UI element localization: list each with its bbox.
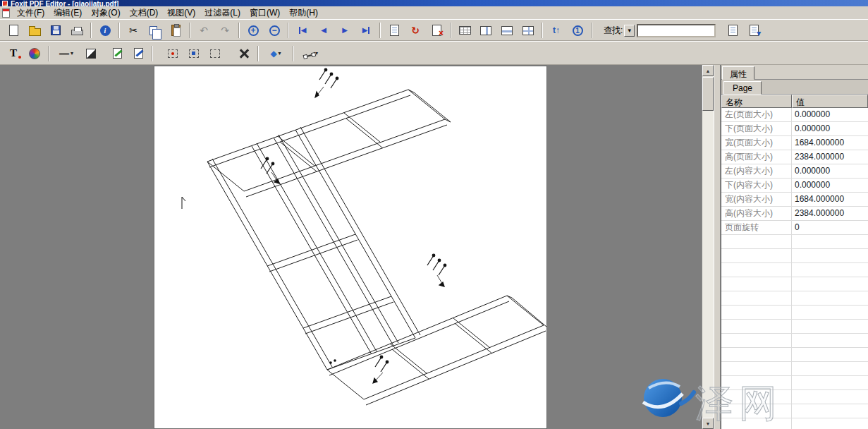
node-edit-button[interactable]: ◆▾ xyxy=(262,44,289,63)
fill-swatch-icon xyxy=(86,49,96,59)
search-arrow-icon: ▾ xyxy=(757,29,761,37)
paste-button[interactable] xyxy=(166,21,185,40)
save-icon xyxy=(51,25,61,35)
grid-icon xyxy=(459,26,471,35)
toolbar-separator xyxy=(90,23,92,38)
text-extract-button[interactable]: t↑ xyxy=(546,21,566,40)
multi-select-button[interactable] xyxy=(184,44,204,63)
delete-page-button[interactable]: × xyxy=(427,21,446,40)
info-icon: i xyxy=(100,25,111,36)
path-icon xyxy=(303,49,314,57)
toolbar-separator xyxy=(118,23,120,38)
search-doc-icon xyxy=(728,25,738,36)
color-tool-button[interactable] xyxy=(25,44,44,63)
scrollbar-thumb[interactable] xyxy=(702,77,714,111)
menu-edit[interactable]: 编辑(E) xyxy=(49,6,86,20)
panel-splitter[interactable] xyxy=(714,65,721,429)
table-row[interactable]: 下(内容大小)0.000000 xyxy=(721,179,868,193)
zoom-in-button[interactable]: + xyxy=(243,21,263,40)
print-button[interactable] xyxy=(67,21,87,40)
tab-page[interactable]: Page xyxy=(723,81,762,95)
document-canvas[interactable] xyxy=(0,65,702,429)
document-info-button[interactable]: i xyxy=(95,21,115,40)
column-header-value[interactable]: 值 xyxy=(792,95,868,108)
find-options-dropdown[interactable]: ▾ xyxy=(624,25,635,37)
empty-row xyxy=(721,263,868,277)
open-file-button[interactable] xyxy=(25,21,44,40)
page-number-button[interactable]: 1 xyxy=(568,21,587,40)
line-width-tool-button[interactable]: —▾ xyxy=(53,44,80,63)
edit-form-button[interactable] xyxy=(128,44,148,63)
redo-button[interactable]: ↷ xyxy=(215,21,235,40)
table-row[interactable]: 高(内容大小)2384.000000 xyxy=(721,207,868,221)
properties-caption-bar: 属性 xyxy=(721,65,868,80)
properties-tab-bar: Page xyxy=(721,80,868,95)
line-icon: — xyxy=(59,48,69,59)
next-page-button[interactable]: ▶ xyxy=(335,21,355,40)
grid-view-button[interactable] xyxy=(455,21,475,40)
edit-object-button[interactable] xyxy=(107,44,127,63)
toolbar-separator xyxy=(450,23,451,38)
table-row[interactable]: 下(页面大小)0.000000 xyxy=(721,122,868,136)
find-input[interactable] xyxy=(637,24,716,37)
tools-icon xyxy=(238,48,250,59)
redo-icon: ↷ xyxy=(221,25,229,35)
fill-tool-button[interactable] xyxy=(81,44,101,63)
empty-row xyxy=(721,404,868,418)
path-edit-button[interactable]: ▾ xyxy=(298,44,324,63)
prev-page-button[interactable]: ◀ xyxy=(314,21,334,40)
menu-filter[interactable]: 过滤器(L) xyxy=(200,6,245,20)
split-vertical-button[interactable] xyxy=(476,21,496,40)
column-header-name[interactable]: 名称 xyxy=(721,95,792,108)
tools-button[interactable] xyxy=(234,44,254,63)
split-quad-button[interactable] xyxy=(518,21,538,40)
menu-view[interactable]: 视图(V) xyxy=(163,6,200,20)
zoom-out-icon: − xyxy=(269,25,280,36)
menu-help[interactable]: 帮助(H) xyxy=(285,6,322,20)
cut-button[interactable]: ✂ xyxy=(123,21,143,40)
text-tool-button[interactable]: T xyxy=(4,44,23,63)
new-file-button[interactable] xyxy=(4,21,23,40)
table-row[interactable]: 宽(内容大小)1684.000000 xyxy=(721,193,868,207)
properties-grid-header: 名称 值 xyxy=(721,95,868,108)
zoom-out-button[interactable]: − xyxy=(264,21,284,40)
menu-window[interactable]: 窗口(W) xyxy=(245,6,284,20)
table-row[interactable]: 左(内容大小)0.000000 xyxy=(721,164,868,179)
transform-button[interactable] xyxy=(205,44,225,63)
cable-tray-drawing xyxy=(154,66,547,429)
last-page-button[interactable]: ▶ xyxy=(356,21,376,40)
toolbar-main: i ✂ ↶ ↷ + − ◀ ◀ ▶ ▶ ↻ × t↑ 1 查找: ▾ ▾ xyxy=(0,19,868,41)
text-up-icon: t↑ xyxy=(553,25,560,35)
table-row[interactable]: 高(页面大小)2384.000000 xyxy=(721,150,868,164)
vertical-scrollbar[interactable]: ▲ ▼ xyxy=(702,65,714,429)
insert-page-button[interactable] xyxy=(384,21,404,40)
split-horizontal-button[interactable] xyxy=(497,21,517,40)
toolbar-separator xyxy=(288,23,289,38)
first-page-icon: ◀ xyxy=(299,27,307,34)
pdf-page[interactable] xyxy=(154,66,547,429)
save-file-button[interactable] xyxy=(46,21,66,40)
menu-object[interactable]: 对象(O) xyxy=(87,6,124,20)
menu-file[interactable]: 文件(F) xyxy=(13,6,49,20)
table-row[interactable]: 左(页面大小)0.000000 xyxy=(721,108,868,122)
table-row[interactable]: 页面旋转0 xyxy=(721,221,868,235)
rotate-page-button[interactable]: ↻ xyxy=(405,21,425,40)
scroll-down-button[interactable]: ▼ xyxy=(702,418,714,429)
split-horizontal-icon xyxy=(501,26,513,35)
menu-document[interactable]: 文档(D) xyxy=(126,6,163,20)
find-next-document-button[interactable]: ▾ xyxy=(744,21,764,40)
first-page-button[interactable]: ◀ xyxy=(293,21,312,40)
undo-button[interactable]: ↶ xyxy=(194,21,214,40)
edit-pencil-icon xyxy=(113,48,122,59)
copy-button[interactable] xyxy=(145,21,164,40)
table-row[interactable]: 宽(页面大小)1684.000000 xyxy=(721,136,868,150)
empty-row xyxy=(721,390,868,404)
select-object-button[interactable] xyxy=(163,44,183,63)
select-object-icon xyxy=(168,49,178,58)
find-in-document-button[interactable] xyxy=(723,21,742,40)
scroll-up-button[interactable]: ▲ xyxy=(702,65,714,76)
properties-panel-title[interactable]: 属性 xyxy=(722,66,754,80)
empty-row xyxy=(721,235,868,249)
document-icon[interactable] xyxy=(2,8,10,18)
circle-one-icon: 1 xyxy=(573,25,583,36)
